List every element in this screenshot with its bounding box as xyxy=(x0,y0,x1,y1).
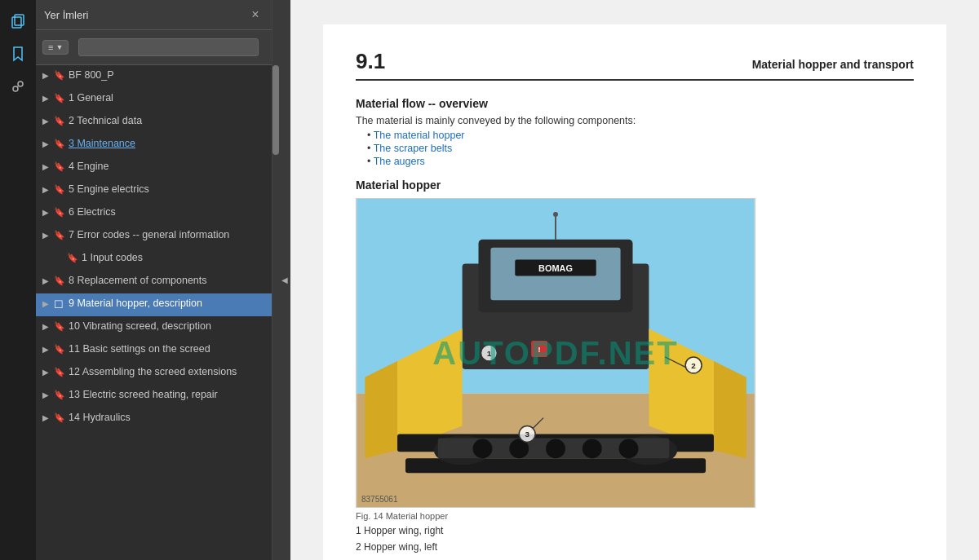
sidebar-item-label: 10 Vibrating screed, description xyxy=(69,320,267,334)
sidebar-scrollbar-thumb[interactable] xyxy=(272,65,279,155)
svg-text:2: 2 xyxy=(691,361,696,370)
bookmark-icon: 🔖 xyxy=(54,320,65,333)
caption-items: 1 Hopper wing, right 2 Hopper wing, left… xyxy=(356,523,914,560)
bookmark-icon: 🔖 xyxy=(54,229,65,241)
bookmark-icon: ☐ xyxy=(54,298,65,312)
sidebar-toolbar-button[interactable]: ≡ ▼ xyxy=(42,40,69,55)
sidebar-item-vibrating[interactable]: ▶🔖10 Vibrating screed, description xyxy=(36,316,272,339)
bookmark-icon: 🔖 xyxy=(54,412,65,424)
caption-item-2: 2 Hopper wing, left xyxy=(356,539,914,555)
sidebar-item-label: 9 Material hopper, description xyxy=(69,297,267,311)
arrow-icon: ▶ xyxy=(42,93,54,104)
sidebar-item-label: 7 Error codes -- general information xyxy=(69,228,267,243)
arrow-icon: ▶ xyxy=(42,344,54,355)
bookmark-icon: 🔖 xyxy=(54,138,65,150)
sidebar-item-label: 13 Electric screed heating, repair xyxy=(69,388,267,403)
sidebar-header: Yer İmleri × xyxy=(36,0,272,30)
arrow-icon: ▶ xyxy=(42,390,54,401)
caption-item-1: 1 Hopper wing, right xyxy=(356,523,914,539)
sidebar-collapse-button[interactable]: ◀ xyxy=(279,0,290,560)
bookmark-icon: 🔖 xyxy=(54,92,65,104)
image-ref: 83755061 xyxy=(361,495,398,504)
sidebar-item-label: 1 General xyxy=(69,91,267,106)
caption-item-3: 3 Hydraulic front hopper wing xyxy=(356,556,914,560)
bookmark-icon: 🔖 xyxy=(54,115,65,127)
section-header: 9.1 Material hopper and transport xyxy=(356,49,914,81)
bookmark-icon: 🔖 xyxy=(54,389,65,401)
bookmark-icon: 🔖 xyxy=(54,206,65,218)
sidebar-content: ▶🔖BF 800_P▶🔖1 General▶🔖2 Technical data▶… xyxy=(36,65,272,560)
sidebar-item-label: 14 Hydraulics xyxy=(69,411,267,426)
sidebar-item-error-codes[interactable]: ▶🔖7 Error codes -- general information xyxy=(36,225,272,248)
sidebar-item-bf800p[interactable]: ▶🔖BF 800_P xyxy=(36,65,272,88)
left-toolbar xyxy=(0,0,36,560)
bookmark-icon: 🔖 xyxy=(54,275,65,287)
bullet-2: The scraper belts xyxy=(367,143,914,154)
arrow-icon: ▶ xyxy=(42,139,54,150)
machine-image: BOMAG xyxy=(356,198,755,508)
sidebar-toolbar: ≡ ▼ xyxy=(36,30,272,65)
sidebar-item-input-codes[interactable]: 🔖1 Input codes xyxy=(36,248,272,271)
sidebar-item-replacement[interactable]: ▶🔖8 Replacement of components xyxy=(36,271,272,293)
sidebar-item-label: BF 800_P xyxy=(69,68,267,83)
arrow-icon: ▶ xyxy=(42,184,54,196)
flow-text: The material is mainly conveyed by the f… xyxy=(356,115,914,126)
arrow-icon: ▶ xyxy=(42,412,54,424)
sidebar-item-label: 5 Engine electrics xyxy=(69,183,267,197)
image-caption: Fig. 14 Material hopper xyxy=(356,511,914,521)
sidebar-item-general[interactable]: ▶🔖1 General xyxy=(36,88,272,111)
sidebar-item-maintenance[interactable]: ▶🔖3 Maintenance xyxy=(36,134,272,157)
arrow-icon: ▶ xyxy=(42,70,54,82)
arrow-icon: ▶ xyxy=(42,276,54,287)
sidebar-item-engine-electrics[interactable]: ▶🔖5 Engine electrics xyxy=(36,179,272,202)
flow-heading: Material flow -- overview xyxy=(356,97,914,110)
sidebar-item-electrics[interactable]: ▶🔖6 Electrics xyxy=(36,202,272,225)
bookmark-icon: 🔖 xyxy=(54,161,65,173)
main-content: 9.1 Material hopper and transport Materi… xyxy=(290,0,979,560)
svg-marker-13 xyxy=(365,361,397,458)
arrow-icon: ▶ xyxy=(42,367,54,378)
arrow-icon: ▶ xyxy=(42,161,54,173)
sidebar-item-engine[interactable]: ▶🔖4 Engine xyxy=(36,157,272,179)
sidebar-item-basic-settings[interactable]: ▶🔖11 Basic settings on the screed xyxy=(36,339,272,362)
page-section: 9.1 Material hopper and transport Materi… xyxy=(323,24,946,560)
sidebar-close-button[interactable]: × xyxy=(247,7,264,23)
arrow-icon: ▶ xyxy=(42,298,54,310)
svg-point-24 xyxy=(583,439,602,458)
sidebar-title: Yer İmleri xyxy=(44,9,88,21)
watermark: AUTOPDF.NET xyxy=(432,335,678,372)
sidebar-search-input[interactable] xyxy=(78,38,259,56)
sidebar-item-electric-screed[interactable]: ▶🔖13 Electric screed heating, repair xyxy=(36,385,272,408)
link-icon[interactable] xyxy=(3,72,33,101)
bookmark-icon[interactable] xyxy=(3,39,33,68)
copy-icon[interactable] xyxy=(3,7,33,36)
svg-rect-1 xyxy=(15,15,24,25)
svg-point-23 xyxy=(546,439,565,458)
bookmark-icon: 🔖 xyxy=(54,343,65,355)
svg-point-2 xyxy=(13,86,18,91)
svg-point-21 xyxy=(473,439,493,458)
sidebar-item-material-hopper[interactable]: ▶☐9 Material hopper, description xyxy=(36,293,272,316)
sidebar-item-assembling[interactable]: ▶🔖12 Assembling the screed extensions xyxy=(36,362,272,385)
sidebar-item-technical[interactable]: ▶🔖2 Technical data xyxy=(36,111,272,134)
section-title: Material hopper and transport xyxy=(752,58,914,71)
svg-line-4 xyxy=(18,86,19,87)
sidebar-item-label: 1 Input codes xyxy=(82,251,267,266)
svg-point-3 xyxy=(18,82,23,86)
sidebar-item-hydraulics[interactable]: ▶🔖14 Hydraulics xyxy=(36,408,272,430)
arrow-icon: ▶ xyxy=(42,116,54,127)
svg-text:BOMAG: BOMAG xyxy=(538,263,573,273)
bookmark-icon: 🔖 xyxy=(54,69,65,82)
bookmark-icon: 🔖 xyxy=(67,252,78,264)
bookmark-icon: 🔖 xyxy=(54,183,65,196)
bullet-3: The augers xyxy=(367,156,914,167)
sidebar-item-label: 2 Technical data xyxy=(69,114,267,129)
svg-point-25 xyxy=(619,439,639,458)
hopper-heading: Material hopper xyxy=(356,179,914,192)
svg-rect-0 xyxy=(12,17,21,28)
sidebar-item-label: 4 Engine xyxy=(69,160,267,174)
bookmark-icon: 🔖 xyxy=(54,366,65,378)
arrow-icon: ▶ xyxy=(42,207,54,218)
sidebar-item-label: 11 Basic settings on the screed xyxy=(69,342,267,357)
sidebar-scrollbar-track[interactable] xyxy=(272,0,279,560)
